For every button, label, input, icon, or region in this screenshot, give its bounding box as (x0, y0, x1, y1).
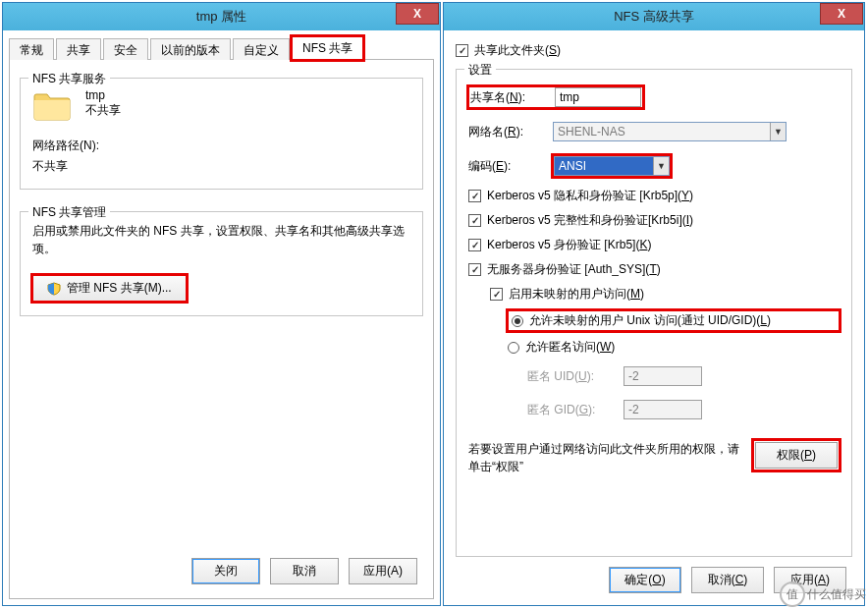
share-this-folder-row[interactable]: 共享此文件夹(S) (456, 42, 852, 59)
tab-custom[interactable]: 自定义 (233, 38, 290, 60)
allow-unix-label: 允许未映射的用户 Unix 访问(通过 UID/GID)(L) (529, 312, 771, 329)
manage-nfs-button[interactable]: 管理 NFS 共享(M)... (32, 275, 187, 302)
chevron-down-icon: ▼ (770, 123, 786, 140)
properties-dialog: tmp 属性 X 常规 共享 安全 以前的版本 自定义 NFS 共享 NFS 共… (2, 2, 441, 606)
row-encoding: 编码(E): ANSI ▼ (468, 155, 840, 177)
netpath-label: 网络路径(N): (32, 138, 410, 154)
close-button-right[interactable]: X (820, 3, 863, 25)
perm-text: 若要设置用户通过网络访问此文件夹所用的权限，请单击“权限” (468, 440, 743, 475)
netname-combo[interactable]: SHENL-NAS ▼ (553, 122, 787, 141)
permissions-button[interactable]: 权限(P) (755, 442, 838, 469)
encoding-value: ANSI (555, 159, 653, 173)
anon-gid-input (624, 400, 702, 419)
cancel-button-right[interactable]: 取消(C) (691, 567, 764, 593)
close-dialog-button[interactable]: 关闭 (191, 558, 260, 584)
allow-unix-radio[interactable] (512, 315, 523, 327)
group-nfs-mgmt: NFS 共享管理 启用或禁用此文件夹的 NFS 共享，设置权限、共享名和其他高级… (20, 211, 423, 316)
row-krb5i[interactable]: Kerberos v5 完整性和身份验证[Krb5i](I) (468, 212, 840, 229)
krb5-label: Kerberos v5 身份验证 [Krb5](K) (487, 237, 651, 253)
row-allow-unix[interactable]: 允许未映射的用户 Unix 访问(通过 UID/GID)(L) (508, 310, 840, 331)
ok-button[interactable]: 确定(O) (609, 567, 681, 593)
tab-previous-versions[interactable]: 以前的版本 (150, 38, 231, 60)
titlebar-right[interactable]: NFS 高级共享 X (444, 3, 864, 30)
row-authsys[interactable]: 无服务器身份验证 [Auth_SYS](T) (468, 261, 840, 278)
close-icon: X (413, 7, 421, 21)
tab-security[interactable]: 安全 (103, 38, 148, 60)
apply-button-left[interactable]: 应用(A) (349, 558, 417, 584)
folder-info: tmp 不共享 (85, 88, 121, 119)
row-netname: 网络名(R): SHENL-NAS ▼ (468, 122, 840, 141)
enable-unmapped-checkbox[interactable] (490, 288, 503, 301)
anon-uid-input (624, 366, 702, 386)
row-enable-unmapped[interactable]: 启用未映射的用户访问(M) (490, 286, 840, 303)
krb5i-label: Kerberos v5 完整性和身份验证[Krb5i](I) (487, 212, 693, 229)
folder-icon (32, 88, 72, 122)
folder-name: tmp (85, 88, 121, 102)
row-anon-uid: 匿名 UID(U): (527, 366, 840, 386)
left-button-bar: 关闭 取消 应用(A) (20, 548, 423, 588)
group-nfs-service: NFS 共享服务 tmp 不共享 网络路径(N): 不共享 (20, 78, 423, 190)
netpath-value: 不共享 (32, 158, 410, 175)
tab-general[interactable]: 常规 (9, 38, 54, 60)
close-button-left[interactable]: X (396, 3, 439, 25)
sharename-input[interactable] (555, 87, 641, 107)
share-this-label: 共享此文件夹(S) (474, 42, 561, 59)
allow-anon-radio[interactable] (508, 342, 519, 354)
authsys-label: 无服务器身份验证 [Auth_SYS](T) (487, 261, 661, 278)
row-krb5p[interactable]: Kerberos v5 隐私和身份验证 [Krb5p](Y) (468, 188, 840, 204)
tab-nfs-share[interactable]: NFS 共享 (292, 36, 363, 60)
client-right: 共享此文件夹(S) 设置 共享名(N): 网络名(R): SHENL-NAS ▼… (444, 30, 864, 605)
apply-button-right[interactable]: 应用(A) (774, 567, 846, 593)
encoding-label: 编码(E): (468, 158, 545, 175)
chevron-down-icon: ▼ (653, 157, 669, 175)
manage-btn-highlight: 管理 NFS 共享(M)... (32, 275, 187, 302)
right-button-bar: 确定(O) 取消(C) 应用(A) (456, 557, 852, 597)
tabpage-nfs: NFS 共享服务 tmp 不共享 网络路径(N): 不共享 NFS 共享管理 启… (9, 60, 434, 599)
netname-value: SHENL-NAS (554, 125, 770, 138)
titlebar-left[interactable]: tmp 属性 X (3, 3, 440, 30)
manage-btn-label: 管理 NFS 共享(M)... (67, 280, 172, 297)
folder-status: 不共享 (85, 102, 121, 119)
tab-share[interactable]: 共享 (56, 38, 101, 60)
row-krb5[interactable]: Kerberos v5 身份验证 [Krb5](K) (468, 237, 840, 253)
sharename-label: 共享名(N): (470, 89, 547, 106)
krb5p-label: Kerberos v5 隐私和身份验证 [Krb5p](Y) (487, 188, 693, 204)
client-left: 常规 共享 安全 以前的版本 自定义 NFS 共享 NFS 共享服务 tmp 不… (3, 30, 440, 605)
legend-nfs-mgmt: NFS 共享管理 (28, 204, 110, 221)
title-left: tmp 属性 (3, 8, 440, 26)
nfs-advanced-dialog: NFS 高级共享 X 共享此文件夹(S) 设置 共享名(N): 网络名(R): … (443, 2, 865, 606)
tabstrip: 常规 共享 安全 以前的版本 自定义 NFS 共享 (9, 36, 434, 60)
folder-row: tmp 不共享 (32, 88, 410, 122)
row-sharename: 共享名(N): (468, 86, 840, 108)
anon-uid-label: 匿名 UID(U): (527, 368, 616, 385)
row-permissions: 若要设置用户通过网络访问此文件夹所用的权限，请单击“权限” 权限(P) (468, 440, 840, 475)
authsys-checkbox[interactable] (468, 263, 481, 276)
row-anon-gid: 匿名 GID(G): (527, 400, 840, 419)
netname-label: 网络名(R): (468, 124, 545, 140)
krb5p-checkbox[interactable] (468, 190, 481, 202)
anon-gid-label: 匿名 GID(G): (527, 402, 616, 418)
title-right: NFS 高级共享 (444, 8, 864, 26)
mgmt-desc: 启用或禁用此文件夹的 NFS 共享，设置权限、共享名和其他高级共享选项。 (32, 222, 410, 257)
krb5i-checkbox[interactable] (468, 214, 481, 227)
close-icon: X (838, 7, 845, 21)
legend-settings: 设置 (464, 62, 496, 79)
shield-icon (47, 282, 61, 296)
enable-unmapped-label: 启用未映射的用户访问(M) (509, 286, 644, 303)
group-settings: 设置 共享名(N): 网络名(R): SHENL-NAS ▼ 编码(E): (456, 69, 852, 557)
cancel-button-left[interactable]: 取消 (270, 558, 339, 584)
encoding-combo[interactable]: ANSI ▼ (554, 156, 670, 176)
allow-anon-label: 允许匿名访问(W) (525, 339, 615, 356)
share-this-checkbox[interactable] (456, 44, 468, 57)
legend-nfs-service: NFS 共享服务 (28, 71, 110, 87)
krb5-checkbox[interactable] (468, 239, 481, 251)
row-allow-anon[interactable]: 允许匿名访问(W) (508, 339, 840, 356)
